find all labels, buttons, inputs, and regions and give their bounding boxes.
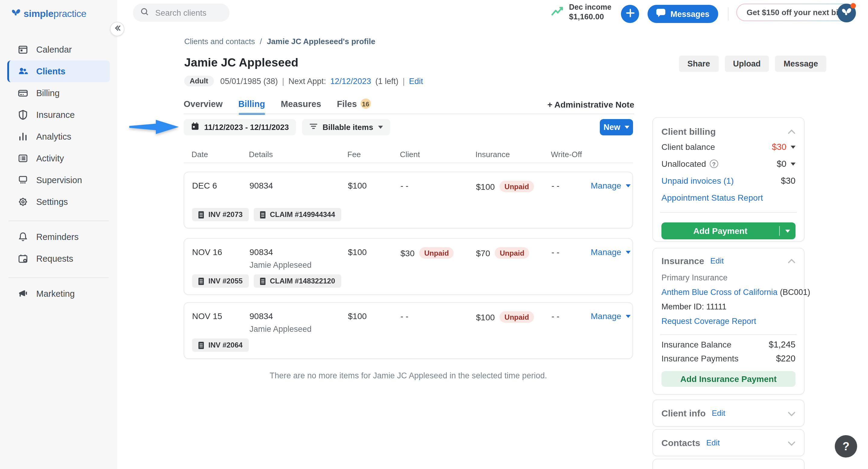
- search-input[interactable]: [133, 4, 229, 22]
- upload-button[interactable]: Upload: [724, 56, 769, 72]
- appointment-status-report-link[interactable]: Appointment Status Report: [661, 193, 763, 202]
- user-avatar[interactable]: [837, 4, 856, 22]
- request-coverage-report-link[interactable]: Request Coverage Report: [661, 316, 756, 325]
- new-button[interactable]: New: [600, 119, 633, 136]
- invoice-chip[interactable]: INV #2055: [192, 274, 249, 288]
- chevron-up-icon[interactable]: [788, 126, 796, 137]
- notification-dot: [850, 3, 856, 8]
- next-appt-date-link[interactable]: 12/12/2023: [331, 77, 371, 86]
- search-text-field[interactable]: [154, 7, 223, 18]
- sidebar-divider: [8, 277, 109, 278]
- edit-appt-link[interactable]: Edit: [409, 77, 423, 86]
- tab-overview[interactable]: Overview: [184, 99, 223, 110]
- supervision-icon: [18, 175, 28, 185]
- billing-table-header: Date Details Fee Client Insurance Write-…: [184, 150, 633, 159]
- member-id: Member ID: 11111: [661, 299, 796, 314]
- contacts-title: Contacts: [661, 438, 700, 448]
- sidebar-nav: Calendar Clients Billing: [0, 39, 117, 213]
- column-header: Details: [249, 150, 347, 159]
- sidebar-item-calendar[interactable]: Calendar: [7, 39, 110, 60]
- client-info-edit-link[interactable]: Edit: [712, 409, 725, 418]
- logo-wordmark: simplepractice: [24, 8, 86, 19]
- chevron-up-icon[interactable]: [788, 255, 796, 266]
- messages-label: Messages: [671, 9, 709, 19]
- tab-files-label: Files: [337, 99, 357, 109]
- invoice-chip[interactable]: INV #2073: [192, 208, 249, 221]
- chevron-down-icon[interactable]: [788, 408, 796, 418]
- sidebar-item-label: Supervision: [36, 175, 82, 185]
- tab-measures[interactable]: Measures: [281, 99, 321, 110]
- app-logo[interactable]: simplepractice: [11, 8, 86, 20]
- help-tooltip-icon[interactable]: ?: [710, 159, 718, 168]
- sidebar-item-label: Analytics: [36, 132, 71, 141]
- insurance-provider-link[interactable]: Anthem Blue Cross of California: [661, 287, 777, 296]
- breadcrumb-current: Jamie JC Appleseed's profile: [267, 37, 375, 46]
- sidebar-item-activity[interactable]: Activity: [7, 147, 110, 169]
- item-type-filter[interactable]: Billable items: [302, 119, 390, 136]
- unpaid-badge: Unpaid: [499, 181, 534, 192]
- bell-icon: [18, 232, 28, 242]
- sidebar-item-label: Reminders: [36, 232, 79, 242]
- sidebar-collapse-button[interactable]: [110, 22, 124, 36]
- sidebar-item-label: Settings: [36, 197, 68, 207]
- card-divider: [660, 334, 797, 335]
- unallocated-label: Unallocated ?: [661, 159, 718, 169]
- chevron-down-icon[interactable]: [788, 467, 796, 469]
- add-payment-label: Add Payment: [661, 226, 779, 236]
- administrative-note-button[interactable]: + Administrative Note: [539, 100, 634, 109]
- chevron-down-icon[interactable]: [788, 437, 796, 448]
- client-balance-dropdown[interactable]: $30: [772, 142, 796, 152]
- next-appt-label: Next Appt:: [288, 77, 326, 86]
- tab-billing[interactable]: Billing: [238, 99, 265, 110]
- sidebar-item-label: Clients: [36, 66, 65, 76]
- add-payment-button[interactable]: Add Payment: [661, 223, 796, 239]
- column-header: Write-Off: [551, 150, 590, 159]
- help-button[interactable]: ?: [835, 435, 857, 458]
- client-info-card: Client info Edit: [652, 400, 805, 427]
- sidebar-item-marketing[interactable]: Marketing: [7, 283, 110, 304]
- add-insurance-payment-button[interactable]: Add Insurance Payment: [661, 371, 796, 387]
- sidebar-item-billing[interactable]: Billing: [7, 82, 110, 104]
- promo-offer-button[interactable]: Get $150 off your next bill: [736, 4, 853, 21]
- sidebar-item-reminders[interactable]: Reminders: [7, 226, 110, 248]
- message-button[interactable]: Message: [775, 56, 827, 72]
- manage-dropdown[interactable]: Manage: [591, 311, 630, 321]
- double-chevron-left-icon: [113, 24, 121, 34]
- contacts-edit-link[interactable]: Edit: [706, 438, 720, 447]
- unallocated-dropdown[interactable]: $0: [777, 159, 796, 169]
- claim-chip-label: CLAIM #148322120: [270, 277, 335, 285]
- create-button[interactable]: [621, 5, 639, 23]
- sidebar-item-insurance[interactable]: Insurance: [7, 104, 110, 126]
- sidebar-item-settings[interactable]: Settings: [7, 191, 110, 213]
- client-info-title: Client info: [661, 408, 706, 418]
- unpaid-invoices-link[interactable]: Unpaid invoices (1): [661, 176, 734, 185]
- billing-row: DEC 6 90834 $100 - - $100 Unpaid - - Man…: [184, 172, 633, 229]
- sidebar-item-analytics[interactable]: Analytics: [7, 126, 110, 147]
- sidebar-item-supervision[interactable]: Supervision: [7, 169, 110, 191]
- insurance-balance-label: Insurance Balance: [661, 340, 732, 349]
- breadcrumb-clients-link[interactable]: Clients and contacts: [184, 37, 255, 46]
- upcoming-appointments-card: Upcoming appointments: [652, 459, 805, 469]
- row-insurance-amount: $100: [476, 312, 495, 322]
- income-summary[interactable]: Dec income $1,160.00: [551, 3, 611, 22]
- row-date: NOV 15: [192, 311, 249, 321]
- claim-chip[interactable]: CLAIM #148322120: [253, 274, 341, 288]
- messages-button[interactable]: Messages: [648, 5, 718, 23]
- insurance-edit-link[interactable]: Edit: [710, 256, 724, 265]
- calendar-plus-icon: [18, 253, 28, 264]
- sidebar-item-clients[interactable]: Clients: [7, 60, 110, 82]
- row-details: 90834: [249, 247, 348, 257]
- document-icon: [198, 341, 204, 349]
- share-button[interactable]: Share: [679, 56, 718, 72]
- promo-offer-label: Get $150 off your next bill: [747, 8, 843, 17]
- add-payment-dropdown[interactable]: [780, 229, 796, 232]
- invoice-chip[interactable]: INV #2064: [192, 339, 249, 352]
- primary-insurance-label: Primary Insurance: [661, 270, 796, 285]
- item-type-label: Billable items: [322, 123, 373, 132]
- manage-dropdown[interactable]: Manage: [591, 181, 630, 190]
- manage-dropdown[interactable]: Manage: [591, 247, 630, 257]
- claim-chip[interactable]: CLAIM #149944344: [253, 208, 341, 221]
- sidebar-item-requests[interactable]: Requests: [7, 248, 110, 269]
- tab-files[interactable]: Files 16: [337, 98, 371, 110]
- date-range-button[interactable]: 11/12/2023 - 12/11/2023: [184, 119, 296, 136]
